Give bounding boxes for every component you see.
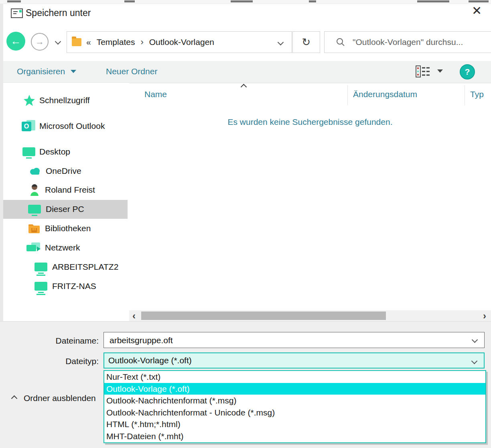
filetype-option-mht[interactable]: MHT-Dateien (*.mht) [104, 430, 485, 442]
view-mode-icon[interactable] [416, 65, 430, 77]
collapse-chevron-icon [11, 395, 18, 401]
background-artifact [309, 0, 316, 2]
breadcrumb-segment-templates[interactable]: Templates [97, 37, 135, 47]
filetype-combobox[interactable]: Outlook-Vorlage (*.oft) [103, 352, 485, 369]
background-artifact [469, 0, 489, 2]
filename-history-chevron-icon[interactable] [472, 337, 478, 343]
empty-results-message: Es wurden keine Suchergebnisse gefunden. [129, 117, 491, 127]
sidebar-item-label: Netzwerk [45, 243, 80, 253]
sidebar-item-label: Roland Freist [45, 185, 95, 195]
this-pc-icon [28, 205, 41, 214]
hide-folders-button[interactable]: Ordner ausblenden [12, 393, 96, 403]
refresh-button[interactable]: ↻ [292, 31, 320, 53]
network-computer-icon [34, 282, 47, 291]
sidebar-item-schnellzugriff[interactable]: Schnellzugriff [23, 93, 90, 108]
help-button[interactable]: ? [460, 64, 475, 79]
filename-label: Dateiname: [24, 336, 99, 346]
list-header-divider [129, 83, 491, 83]
sidebar-item-label: ARBEITSPLATZ2 [52, 262, 118, 272]
sidebar-item-label: Microsoft Outlook [39, 121, 105, 131]
search-input[interactable] [352, 37, 474, 47]
view-mode-chevron-icon[interactable] [437, 69, 443, 73]
filetype-label: Dateityp: [24, 356, 99, 366]
sidebar-item-label: OneDrive [46, 166, 81, 176]
close-icon[interactable]: ✕ [472, 5, 482, 17]
back-button[interactable]: ← [6, 32, 25, 51]
column-header-name[interactable]: Name [144, 90, 167, 99]
breadcrumb-overflow[interactable]: « [86, 37, 91, 47]
search-box[interactable] [324, 31, 491, 53]
filetype-option-html[interactable]: HTML (*.htm;*.html) [104, 418, 485, 430]
save-as-dialog: Speichern unter ✕ ← → « Templates › Outl… [0, 0, 491, 448]
background-artifact [124, 0, 135, 2]
background-artifact [231, 0, 253, 2]
organize-label: Organisieren [17, 67, 65, 76]
breadcrumb-separator-icon: › [140, 37, 143, 47]
background-artifact [7, 0, 21, 2]
filename-input[interactable] [109, 335, 463, 346]
sidebar-item-onedrive[interactable]: OneDrive [29, 164, 81, 178]
sidebar-item-bibliotheken[interactable]: Bibliotheken [28, 221, 91, 236]
scroll-right-icon[interactable]: › [483, 311, 486, 321]
organize-button[interactable]: Organisieren [17, 67, 76, 76]
sidebar-item-microsoft-outlook[interactable]: O Microsoft Outlook [22, 119, 105, 133]
folder-icon [72, 38, 81, 46]
background-window-sliver [0, 0, 491, 4]
sidebar-item-label: Schnellzugriff [39, 96, 90, 105]
scroll-left-icon[interactable]: ‹ [132, 311, 136, 321]
filetype-option-msg-unicode[interactable]: Outlook-Nachrichtenformat - Unicode (*.m… [104, 407, 485, 419]
onedrive-cloud-icon [29, 167, 41, 175]
address-dropdown-chevron-icon[interactable] [278, 39, 284, 46]
filetype-dropdown: Nur-Text (*.txt) Outlook-Vorlage (*.oft)… [103, 370, 486, 443]
breadcrumb-segment-outlook-vorlagen[interactable]: Outlook-Vorlagen [149, 37, 214, 47]
forward-button[interactable]: → [31, 33, 49, 51]
libraries-icon [28, 223, 40, 234]
user-icon [30, 184, 39, 196]
scrollbar-thumb[interactable] [141, 312, 386, 320]
sidebar-item-desktop[interactable]: Desktop [22, 145, 70, 159]
new-folder-label: Neuer Ordner [106, 67, 157, 76]
sidebar-item-roland-freist[interactable]: Roland Freist [30, 183, 95, 197]
column-separator[interactable] [347, 85, 348, 105]
column-header-aenderungsdatum[interactable]: Änderungsdatum [353, 90, 417, 99]
sort-ascending-icon [241, 84, 247, 90]
sidebar-item-arbeitsplatz2[interactable]: ARBEITSPLATZ2 [34, 260, 118, 274]
sidebar-item-dieser-pc[interactable]: Dieser PC [28, 202, 84, 216]
sidebar-item-fritz-nas[interactable]: FRITZ-NAS [34, 279, 96, 293]
sidebar-item-label: Dieser PC [46, 204, 84, 214]
sidebar-item-netzwerk[interactable]: Netzwerk [26, 240, 80, 255]
dialog-title: Speichern unter [26, 8, 91, 18]
sidebar-item-label: Bibliotheken [45, 224, 91, 233]
filetype-chevron-icon[interactable] [471, 358, 478, 365]
column-separator[interactable] [465, 85, 465, 105]
network-computer-icon [34, 263, 47, 271]
quick-access-star-icon [23, 94, 35, 106]
save-as-dialog-icon [11, 8, 24, 19]
background-artifact [417, 0, 449, 2]
filename-field[interactable] [103, 332, 485, 348]
filetype-option-txt[interactable]: Nur-Text (*.txt) [104, 371, 485, 383]
outlook-icon: O [22, 120, 36, 132]
search-icon [336, 37, 345, 47]
filetype-value: Outlook-Vorlage (*.oft) [108, 356, 192, 365]
new-folder-button[interactable]: Neuer Ordner [106, 67, 157, 76]
filetype-option-oft-selected[interactable]: Outlook-Vorlage (*.oft) [104, 383, 485, 395]
filetype-option-msg[interactable]: Outlook-Nachrichtenformat (*.msg) [104, 395, 485, 407]
network-icon [26, 242, 41, 253]
sidebar-item-label: FRITZ-NAS [52, 281, 96, 291]
organize-chevron-icon [71, 70, 76, 73]
sidebar-item-label: Desktop [39, 147, 70, 157]
recent-locations-chevron-icon[interactable] [55, 39, 61, 45]
address-bar[interactable]: « Templates › Outlook-Vorlagen [67, 31, 292, 53]
hide-folders-label: Ordner ausblenden [24, 393, 96, 403]
desktop-icon [22, 147, 35, 156]
column-header-typ[interactable]: Typ [470, 90, 484, 99]
